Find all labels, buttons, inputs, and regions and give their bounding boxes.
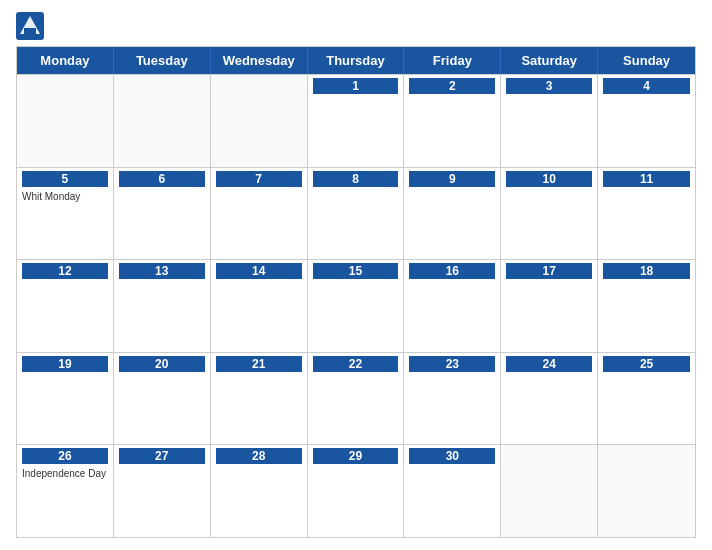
cal-cell: 25 [598, 353, 695, 445]
cal-cell: 30 [404, 445, 501, 537]
calendar: MondayTuesdayWednesdayThursdayFridaySatu… [16, 46, 696, 538]
day-of-week-friday: Friday [404, 47, 501, 74]
holiday-label: Whit Monday [22, 191, 108, 202]
day-of-week-monday: Monday [17, 47, 114, 74]
cal-cell: 23 [404, 353, 501, 445]
cal-cell: 29 [308, 445, 405, 537]
cal-cell: 27 [114, 445, 211, 537]
day-number: 16 [409, 263, 495, 279]
day-of-week-wednesday: Wednesday [211, 47, 308, 74]
day-number: 8 [313, 171, 399, 187]
header [16, 12, 696, 40]
calendar-body: 12345Whit Monday678910111213141516171819… [17, 74, 695, 537]
day-number: 19 [22, 356, 108, 372]
day-number: 23 [409, 356, 495, 372]
day-number: 27 [119, 448, 205, 464]
cal-cell: 5Whit Monday [17, 168, 114, 260]
cal-cell: 26Independence Day [17, 445, 114, 537]
week-row-3: 12131415161718 [17, 259, 695, 352]
cal-cell: 11 [598, 168, 695, 260]
day-number: 2 [409, 78, 495, 94]
cal-cell: 10 [501, 168, 598, 260]
svg-rect-2 [24, 28, 36, 34]
cal-cell [598, 445, 695, 537]
week-row-2: 5Whit Monday67891011 [17, 167, 695, 260]
cal-cell: 12 [17, 260, 114, 352]
cal-cell: 14 [211, 260, 308, 352]
day-number: 24 [506, 356, 592, 372]
day-number: 6 [119, 171, 205, 187]
day-number: 5 [22, 171, 108, 187]
cal-cell: 13 [114, 260, 211, 352]
cal-cell: 17 [501, 260, 598, 352]
cal-cell [501, 445, 598, 537]
cal-cell: 3 [501, 75, 598, 167]
day-number: 20 [119, 356, 205, 372]
day-number: 11 [603, 171, 690, 187]
page: MondayTuesdayWednesdayThursdayFridaySatu… [0, 0, 712, 550]
cal-cell [114, 75, 211, 167]
day-number: 4 [603, 78, 690, 94]
day-number: 1 [313, 78, 399, 94]
cal-cell: 2 [404, 75, 501, 167]
cal-cell: 28 [211, 445, 308, 537]
week-row-1: 1234 [17, 74, 695, 167]
cal-cell: 6 [114, 168, 211, 260]
day-number: 13 [119, 263, 205, 279]
cal-cell: 9 [404, 168, 501, 260]
day-number: 25 [603, 356, 690, 372]
day-number: 9 [409, 171, 495, 187]
day-of-week-sunday: Sunday [598, 47, 695, 74]
day-number: 26 [22, 448, 108, 464]
day-number: 15 [313, 263, 399, 279]
cal-cell: 21 [211, 353, 308, 445]
calendar-header: MondayTuesdayWednesdayThursdayFridaySatu… [17, 47, 695, 74]
day-number: 28 [216, 448, 302, 464]
cal-cell [211, 75, 308, 167]
cal-cell: 22 [308, 353, 405, 445]
day-number: 7 [216, 171, 302, 187]
cal-cell: 7 [211, 168, 308, 260]
cal-cell: 24 [501, 353, 598, 445]
week-row-5: 26Independence Day27282930 [17, 444, 695, 537]
day-of-week-thursday: Thursday [308, 47, 405, 74]
cal-cell: 15 [308, 260, 405, 352]
day-number: 21 [216, 356, 302, 372]
day-number: 12 [22, 263, 108, 279]
day-number: 3 [506, 78, 592, 94]
day-number: 18 [603, 263, 690, 279]
day-number: 14 [216, 263, 302, 279]
day-of-week-saturday: Saturday [501, 47, 598, 74]
cal-cell: 16 [404, 260, 501, 352]
cal-cell: 4 [598, 75, 695, 167]
cal-cell: 19 [17, 353, 114, 445]
cal-cell [17, 75, 114, 167]
cal-cell: 20 [114, 353, 211, 445]
day-number: 22 [313, 356, 399, 372]
day-of-week-tuesday: Tuesday [114, 47, 211, 74]
day-number: 17 [506, 263, 592, 279]
logo [16, 12, 48, 40]
day-number: 10 [506, 171, 592, 187]
general-blue-icon [16, 12, 44, 40]
cal-cell: 8 [308, 168, 405, 260]
day-number: 29 [313, 448, 399, 464]
day-number: 30 [409, 448, 495, 464]
cal-cell: 18 [598, 260, 695, 352]
week-row-4: 19202122232425 [17, 352, 695, 445]
cal-cell: 1 [308, 75, 405, 167]
holiday-label: Independence Day [22, 468, 108, 479]
